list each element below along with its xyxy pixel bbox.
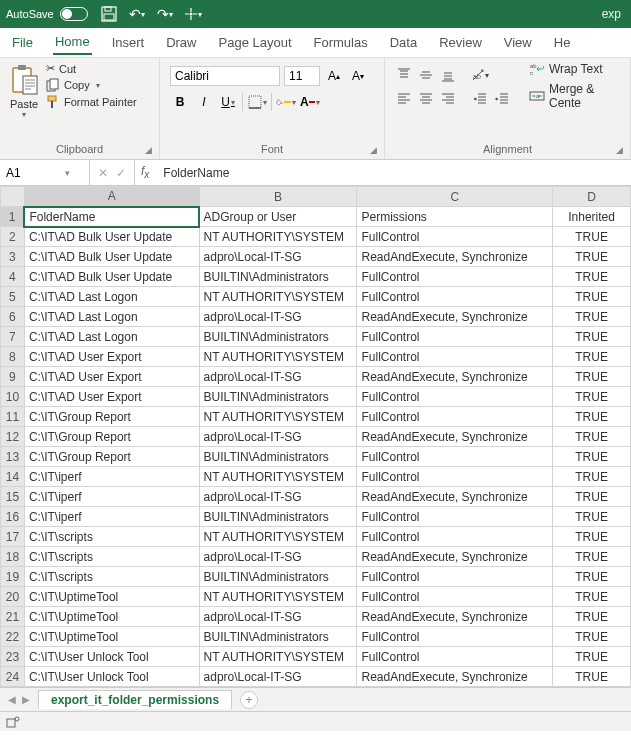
save-icon[interactable] xyxy=(100,5,118,23)
cell[interactable]: TRUE xyxy=(553,587,631,607)
cell[interactable]: FullControl xyxy=(357,527,553,547)
col-header-A[interactable]: A xyxy=(24,187,199,207)
cell[interactable]: adpro\Local-IT-SG xyxy=(199,547,357,567)
cell[interactable]: TRUE xyxy=(553,447,631,467)
cell[interactable]: ReadAndExecute, Synchronize xyxy=(357,487,553,507)
redo-icon[interactable]: ↷▾ xyxy=(156,5,174,23)
add-sheet-button[interactable]: + xyxy=(240,691,258,709)
row-header[interactable]: 2 xyxy=(1,227,25,247)
cell[interactable]: C:\IT\scripts xyxy=(24,527,199,547)
fx-icon[interactable]: fx xyxy=(135,164,155,180)
cell[interactable]: TRUE xyxy=(553,267,631,287)
cell[interactable]: C:\IT\Group Report xyxy=(24,427,199,447)
wrap-text-button[interactable]: abcWrap Text xyxy=(529,62,622,76)
cell[interactable]: C:\IT\User Unlock Tool xyxy=(24,647,199,667)
cell[interactable]: C:\IT\AD Bulk User Update xyxy=(24,227,199,247)
cell[interactable]: C:\IT\UptimeTool xyxy=(24,627,199,647)
cell[interactable]: BUILTIN\Administrators xyxy=(199,387,357,407)
paste-button[interactable]: Paste ▾ xyxy=(8,62,40,141)
cell[interactable]: TRUE xyxy=(553,307,631,327)
toggle-off-icon[interactable] xyxy=(60,7,88,21)
select-all-corner[interactable] xyxy=(1,187,25,207)
cell[interactable]: TRUE xyxy=(553,347,631,367)
font-color-button[interactable]: A▾ xyxy=(300,92,320,112)
row-header[interactable]: 7 xyxy=(1,327,25,347)
cell[interactable]: FullControl xyxy=(357,627,553,647)
cell[interactable]: ReadAndExecute, Synchronize xyxy=(357,427,553,447)
cell[interactable]: TRUE xyxy=(553,367,631,387)
row-header[interactable]: 20 xyxy=(1,587,25,607)
row-header[interactable]: 6 xyxy=(1,307,25,327)
cell[interactable]: FullControl xyxy=(357,567,553,587)
cell[interactable]: FullControl xyxy=(357,387,553,407)
italic-button[interactable]: I xyxy=(194,92,214,112)
cell[interactable]: BUILTIN\Administrators xyxy=(199,267,357,287)
spreadsheet-grid[interactable]: A B C D 1FolderNameADGroup or UserPermis… xyxy=(0,186,631,687)
cell[interactable]: C:\IT\AD Bulk User Update xyxy=(24,267,199,287)
cell[interactable]: ReadAndExecute, Synchronize xyxy=(357,667,553,687)
enter-formula-icon[interactable]: ✓ xyxy=(116,166,126,180)
cell[interactable]: C:\IT\iperf xyxy=(24,507,199,527)
name-box[interactable]: ▾ xyxy=(0,160,90,185)
cell[interactable]: C:\IT\User Unlock Tool xyxy=(24,667,199,687)
underline-button[interactable]: U▾ xyxy=(218,92,238,112)
cell[interactable]: C:\IT\UptimeTool xyxy=(24,607,199,627)
row-header[interactable]: 15 xyxy=(1,487,25,507)
cell[interactable]: FullControl xyxy=(357,267,553,287)
tab-view[interactable]: View xyxy=(502,31,534,54)
cell[interactable]: adpro\Local-IT-SG xyxy=(199,607,357,627)
cell[interactable]: TRUE xyxy=(553,247,631,267)
copy-button[interactable]: Copy▾ xyxy=(46,78,137,92)
row-header[interactable]: 19 xyxy=(1,567,25,587)
tab-home[interactable]: Home xyxy=(53,30,92,55)
row-header[interactable]: 12 xyxy=(1,427,25,447)
cell[interactable]: FullControl xyxy=(357,507,553,527)
cell[interactable]: TRUE xyxy=(553,327,631,347)
col-header-D[interactable]: D xyxy=(553,187,631,207)
cell[interactable]: Inherited xyxy=(553,207,631,227)
cell[interactable]: ReadAndExecute, Synchronize xyxy=(357,247,553,267)
row-header[interactable]: 9 xyxy=(1,367,25,387)
chevron-down-icon[interactable]: ▾ xyxy=(60,168,74,178)
cell[interactable]: TRUE xyxy=(553,427,631,447)
cell[interactable]: C:\IT\AD Last Logon xyxy=(24,307,199,327)
cell[interactable]: TRUE xyxy=(553,567,631,587)
sheet-nav-next-icon[interactable]: ▶ xyxy=(22,694,30,705)
cell[interactable]: FullControl xyxy=(357,407,553,427)
cell[interactable]: NT AUTHORITY\SYSTEM xyxy=(199,287,357,307)
col-header-C[interactable]: C xyxy=(357,187,553,207)
cell[interactable]: ReadAndExecute, Synchronize xyxy=(357,307,553,327)
cell[interactable]: TRUE xyxy=(553,547,631,567)
increase-font-icon[interactable]: A▴ xyxy=(324,66,344,86)
formula-bar[interactable]: FolderName xyxy=(155,164,631,182)
cell[interactable]: TRUE xyxy=(553,607,631,627)
name-box-input[interactable] xyxy=(0,164,60,182)
cell[interactable]: NT AUTHORITY\SYSTEM xyxy=(199,467,357,487)
row-header[interactable]: 3 xyxy=(1,247,25,267)
cell[interactable]: C:\IT\AD User Export xyxy=(24,367,199,387)
cell[interactable]: adpro\Local-IT-SG xyxy=(199,667,357,687)
cell[interactable]: FullControl xyxy=(357,467,553,487)
cell[interactable]: C:\IT\iperf xyxy=(24,467,199,487)
cell[interactable]: TRUE xyxy=(553,487,631,507)
tab-file[interactable]: File xyxy=(10,31,35,54)
dialog-launcher-icon[interactable]: ◢ xyxy=(370,145,382,157)
cell[interactable]: NT AUTHORITY\SYSTEM xyxy=(199,347,357,367)
tab-formulas[interactable]: Formulas xyxy=(312,31,370,54)
tab-draw[interactable]: Draw xyxy=(164,31,198,54)
row-header[interactable]: 22 xyxy=(1,627,25,647)
cell[interactable]: TRUE xyxy=(553,667,631,687)
tab-review[interactable]: Review xyxy=(437,31,484,54)
autosave-toggle[interactable]: AutoSave xyxy=(6,7,88,21)
cell[interactable]: C:\IT\UptimeTool xyxy=(24,587,199,607)
cell[interactable]: C:\IT\AD Last Logon xyxy=(24,287,199,307)
cell[interactable]: TRUE xyxy=(553,387,631,407)
tab-help[interactable]: He xyxy=(552,31,573,54)
row-header[interactable]: 10 xyxy=(1,387,25,407)
cell[interactable]: ADGroup or User xyxy=(199,207,357,227)
cell[interactable]: NT AUTHORITY\SYSTEM xyxy=(199,647,357,667)
row-header[interactable]: 16 xyxy=(1,507,25,527)
cell[interactable]: ReadAndExecute, Synchronize xyxy=(357,547,553,567)
cell[interactable]: TRUE xyxy=(553,467,631,487)
merge-center-button[interactable]: aMerge & Cente xyxy=(529,82,622,110)
